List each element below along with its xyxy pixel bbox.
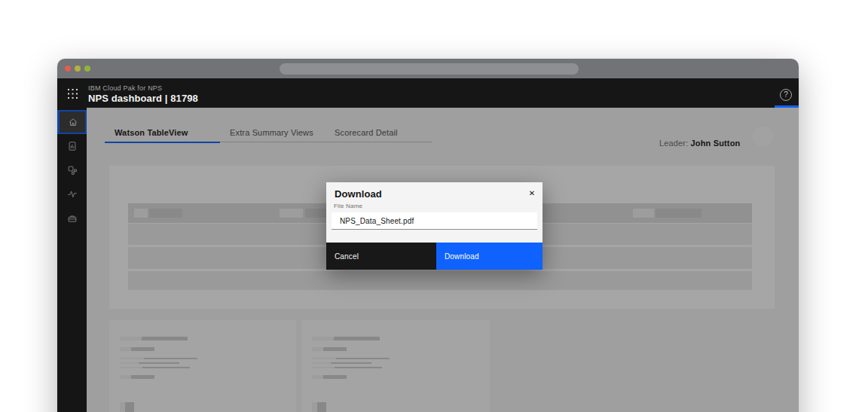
- modal-title: Download: [335, 188, 382, 200]
- file-name-input[interactable]: [332, 212, 537, 230]
- traffic-light-close-button[interactable]: [65, 66, 71, 72]
- header-eyebrow: IBM Cloud Pak for NPS: [88, 84, 162, 92]
- header-title: NPS dashboard | 81798: [88, 93, 198, 104]
- url-bar[interactable]: [280, 63, 579, 75]
- download-modal: Download ✕ File Name Cancel Download: [326, 182, 542, 270]
- browser-chrome: [57, 59, 799, 78]
- modal-footer: Cancel Download: [326, 243, 542, 270]
- page-background: IBM Cloud Pak for NPS NPS dashboard | 81…: [0, 0, 868, 412]
- download-button[interactable]: Download: [436, 243, 542, 270]
- app-header: IBM Cloud Pak for NPS NPS dashboard | 81…: [57, 78, 799, 108]
- cancel-button[interactable]: Cancel: [326, 243, 436, 270]
- browser-window: IBM Cloud Pak for NPS NPS dashboard | 81…: [57, 59, 799, 412]
- close-icon: ✕: [529, 189, 535, 197]
- app-switcher-icon[interactable]: [68, 88, 78, 98]
- app-shell: IBM Cloud Pak for NPS NPS dashboard | 81…: [57, 78, 799, 412]
- modal-close-button[interactable]: ✕: [524, 185, 539, 200]
- traffic-light-zoom-button[interactable]: [84, 66, 90, 72]
- file-name-label: File Name: [334, 203, 362, 209]
- question-icon: ?: [784, 90, 788, 99]
- help-button[interactable]: ?: [780, 89, 792, 101]
- traffic-light-minimize-button[interactable]: [75, 66, 81, 72]
